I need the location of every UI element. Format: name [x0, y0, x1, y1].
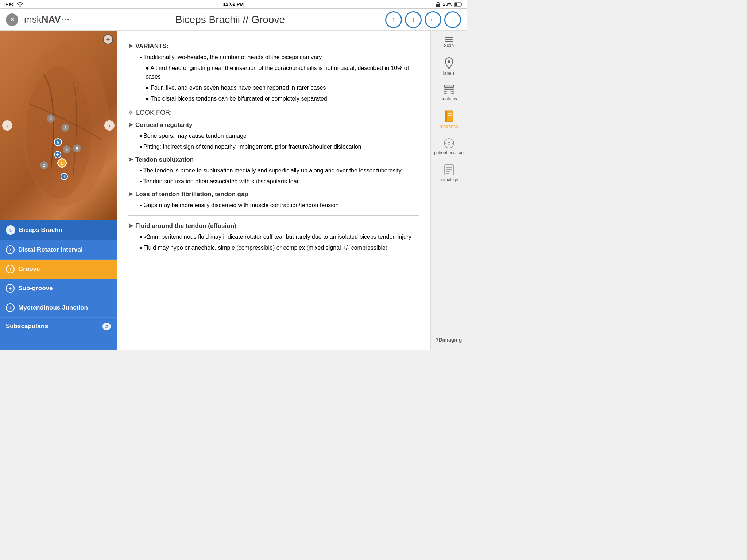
nav-buttons: ↑ ↓ ← → — [385, 11, 461, 28]
bullet-fluid-hypo: Fluid may hypo or anechoic, simple (comp… — [140, 244, 419, 252]
pin-icon — [444, 57, 454, 69]
nav-item-distal-label: Distal Rotator Interval — [18, 246, 83, 253]
section-divider — [128, 215, 419, 216]
nav-item-groove[interactable]: + Groove — [0, 260, 117, 279]
nav-item-distal-rotator[interactable]: + Distal Rotator Interval — [0, 240, 117, 260]
battery-label: 28% — [443, 1, 452, 7]
prev-button[interactable]: ‹ — [2, 120, 12, 131]
doc-icon — [444, 164, 454, 176]
marker-2[interactable]: 2 — [40, 161, 48, 169]
nav-item-plus-subgroove: + — [6, 284, 15, 293]
marker-6[interactable]: 6 — [73, 144, 81, 152]
nav-up-button[interactable]: ↑ — [385, 11, 402, 28]
heading-fluid: ➤ Fluid around the tendon (effusion) — [128, 222, 419, 230]
bullet-pitting: Pitting: indirect sign of tendinopathy, … — [140, 143, 419, 151]
status-time: 12:02 PM — [223, 1, 244, 7]
anatomy-label: anatomy — [440, 96, 457, 101]
marker-4[interactable]: 4 — [61, 124, 69, 132]
sidebar-anatomy[interactable]: anatomy — [431, 81, 467, 105]
bullet-gaps: Gaps may be more easily discerned with m… — [140, 201, 419, 210]
sidebar-scan[interactable]: Scan — [431, 34, 467, 52]
nav-list: 1 Biceps Brachii + Distal Rotator Interv… — [0, 220, 117, 350]
heading-tendon-sub: ➤ Tendon subluxation — [128, 156, 419, 163]
compass-icon — [444, 138, 454, 149]
wifi-icon — [17, 2, 23, 7]
heading-cortical: ➤ Cortical irregularity — [128, 121, 419, 129]
pathology-label: pathology — [439, 177, 458, 182]
sidebar-reference[interactable]: reference — [431, 106, 467, 133]
sidebar-labels[interactable]: labels — [431, 53, 467, 79]
page-title: Biceps Brachii // Groove — [175, 14, 285, 25]
svg-rect-15 — [448, 113, 452, 114]
logo-area: mskNAV — [24, 14, 69, 25]
marker-1-selected[interactable]: 1 — [57, 158, 67, 168]
logo-text: mskNAV — [24, 14, 61, 25]
status-right: 28% — [436, 1, 462, 7]
nav-item-myo-label: Myotendinous Junction — [18, 304, 88, 311]
nav-item-myotendinous[interactable]: + Myotendinous Junction — [0, 298, 117, 318]
header: ✕ mskNAV Biceps Brachii // Groove ↑ ↓ ← … — [0, 9, 467, 31]
svg-point-12 — [444, 85, 454, 88]
zoom-icon[interactable]: ⊕ — [103, 34, 113, 44]
layers-icon — [443, 85, 455, 95]
nav-down-button[interactable]: ↓ — [405, 11, 422, 28]
close-button[interactable]: ✕ — [6, 13, 18, 26]
nav-item-subscapularis[interactable]: Subscapularis 2 — [0, 318, 117, 335]
logo-dots — [62, 19, 69, 20]
svg-point-19 — [448, 142, 450, 144]
book-icon — [444, 110, 454, 122]
marker-add-1[interactable]: + — [54, 151, 61, 158]
nav-back-button[interactable]: ← — [425, 11, 441, 28]
labels-label: labels — [443, 71, 454, 76]
sidebar-patient-position[interactable]: patient position — [431, 134, 467, 159]
marker-3[interactable]: 3 — [47, 114, 55, 122]
bullet-traditionally: Traditionally two-headed, the number of … — [140, 53, 419, 62]
ipad-label: iPad — [4, 1, 14, 7]
anatomy-image: ⊕ ‹ › 3 4 5 5 6 2 + + 1 — [0, 31, 117, 220]
circle-four-five: Four, five, and even seven heads have be… — [146, 83, 419, 92]
sidebar-pathology[interactable]: pathology — [431, 160, 467, 186]
nav-forward-button[interactable]: → — [444, 11, 461, 28]
left-panel: ⊕ ‹ › 3 4 5 5 6 2 + + 1 — [0, 31, 117, 350]
nav-item-sub-groove[interactable]: + Sub-groove — [0, 279, 117, 298]
battery-icon — [454, 2, 462, 7]
content-area: ⊕ ‹ › 3 4 5 5 6 2 + + 1 — [0, 31, 467, 350]
nav-item-biceps-label: Biceps Brachii — [19, 226, 62, 234]
svg-point-5 — [26, 67, 91, 198]
diamond-look-for: ❖ LOOK FOR: — [128, 109, 419, 117]
svg-rect-0 — [436, 4, 440, 7]
bullet-bone-spurs: Bone spurs: may cause tendon damage — [140, 132, 419, 140]
bullet-tendon-sub-associated: Tendon subluxation often associated with… — [140, 177, 419, 186]
nav-item-groove-label: Groove — [18, 265, 40, 273]
scan-label: Scan — [444, 43, 454, 48]
section-variants-heading: ➤ VARIANTS: — [128, 42, 419, 50]
nav-item-plus-distal: + — [6, 245, 15, 254]
lock-icon — [436, 1, 441, 7]
marker-5a[interactable]: 5 — [54, 138, 62, 146]
nav-item-plus-myo: + — [6, 303, 15, 312]
nav-item-sub-label: Subscapularis — [6, 323, 48, 330]
svg-rect-14 — [445, 111, 447, 122]
nav-item-number: 1 — [6, 225, 15, 235]
page-title-area: Biceps Brachii // Groove — [75, 14, 385, 26]
svg-text:1: 1 — [61, 161, 63, 166]
next-button[interactable]: › — [104, 120, 115, 131]
svg-rect-2 — [455, 3, 457, 6]
patient-position-label: patient position — [434, 150, 464, 155]
app-container: ✕ mskNAV Biceps Brachii // Groove ↑ ↓ ← … — [0, 9, 467, 350]
right-sidebar: Scan labels anatomy — [430, 31, 467, 350]
reference-label: reference — [440, 124, 458, 129]
marker-add-2[interactable]: + — [61, 173, 68, 180]
nav-item-biceps-brachii[interactable]: 1 Biceps Brachii — [0, 220, 117, 240]
nav-item-badge: 2 — [102, 323, 111, 330]
bullet-tendon-prone: The tendon is prone to subluxation media… — [140, 166, 419, 175]
marker-5b[interactable]: 5 — [63, 145, 71, 153]
nav-item-plus-groove: + — [6, 265, 15, 273]
svg-rect-17 — [448, 117, 450, 117]
menu-icon — [445, 37, 453, 42]
svg-rect-16 — [448, 115, 452, 116]
status-bar: iPad 12:02 PM 28% — [0, 0, 467, 9]
svg-point-8 — [448, 60, 450, 63]
main-content[interactable]: ➤ VARIANTS: Traditionally two-headed, th… — [117, 31, 430, 350]
heading-loss-fibrillation: ➤ Loss of tendon fibrillation, tendon ga… — [128, 190, 419, 198]
